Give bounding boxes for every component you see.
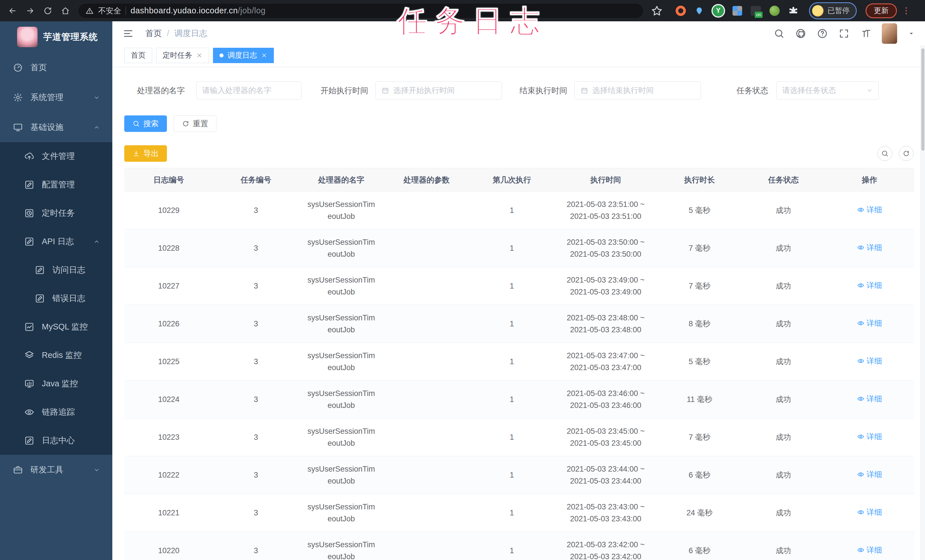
sidebar-item-10[interactable]: Redis 监控 — [0, 341, 112, 370]
cell-actions: 详细 — [825, 532, 914, 560]
font-size-icon[interactable] — [860, 28, 871, 39]
browser-home-button[interactable] — [58, 3, 73, 18]
detail-link[interactable]: 详细 — [857, 468, 882, 480]
toggle-search-button[interactable] — [878, 146, 892, 161]
tab-home[interactable]: 首页 — [124, 48, 152, 63]
arrow-left-icon — [8, 6, 17, 15]
security-label[interactable]: 不安全 — [98, 6, 121, 16]
bookmark-star-icon[interactable] — [651, 5, 663, 17]
sidebar-item-1[interactable]: 系统管理 — [0, 83, 112, 112]
browser-back-button[interactable] — [5, 3, 20, 18]
user-avatar[interactable] — [882, 23, 897, 44]
detail-link[interactable]: 详细 — [857, 317, 882, 329]
cell-job-id: 3 — [213, 267, 298, 305]
sidebar-logo-row[interactable]: 芋道管理系统 — [0, 21, 112, 53]
sidebar-item-3[interactable]: 文件管理 — [0, 142, 112, 170]
extension-on-icon[interactable]: on — [751, 6, 761, 16]
extension-green-circle-icon[interactable] — [770, 6, 780, 16]
browser-menu-icon[interactable] — [901, 5, 911, 17]
sidebar-item-6[interactable]: API 日志 — [0, 227, 112, 256]
sidebar-item-12[interactable]: 链路追踪 — [0, 398, 112, 426]
cell-actions: 详细 — [825, 343, 914, 381]
github-icon[interactable] — [795, 28, 806, 39]
tab-schedule-log[interactable]: 调度日志 — [213, 48, 274, 63]
handler-name-input[interactable] — [202, 86, 295, 95]
breadcrumb-home[interactable]: 首页 — [145, 28, 162, 39]
col-execute-index: 第几次执行 — [469, 168, 554, 191]
begin-time-input[interactable] — [393, 86, 496, 95]
not-secure-icon — [86, 7, 93, 15]
sidebar-item-2[interactable]: 基础设施 — [0, 112, 112, 142]
profile-avatar — [812, 5, 824, 17]
refresh-table-button[interactable] — [899, 146, 914, 161]
browser-update-button[interactable]: 更新 — [866, 3, 897, 18]
page-scrollbar[interactable] — [920, 45, 925, 560]
end-time-label: 结束执行时间 — [519, 81, 567, 100]
fullscreen-icon[interactable] — [839, 28, 850, 39]
cell-execute-time: 2021-05-03 23:47:00 ~2021-05-03 23:47:00 — [554, 343, 657, 381]
scrollbar-thumb[interactable] — [921, 48, 924, 151]
cell-execute-index: 1 — [469, 191, 554, 229]
search-button[interactable]: 搜索 — [124, 115, 167, 132]
hamburger-icon[interactable] — [122, 28, 134, 39]
cell-actions: 详细 — [825, 229, 914, 267]
url-text[interactable]: dashboard.yudao.iocoder.cn/job/log — [131, 6, 265, 15]
close-icon[interactable] — [261, 52, 267, 59]
address-bar[interactable]: 不安全 dashboard.yudao.iocoder.cn/job/log — [78, 3, 644, 18]
sidebar-item-5[interactable]: 定时任务 — [0, 199, 112, 227]
extensions-row: Y on — [676, 5, 798, 17]
end-time-input[interactable] — [592, 86, 695, 95]
cell-execute-time: 2021-05-03 23:45:00 ~2021-05-03 23:45:00 — [554, 418, 657, 456]
detail-link[interactable]: 详细 — [857, 544, 882, 556]
extension-pin-icon[interactable] — [695, 6, 704, 16]
view-icon — [857, 395, 865, 402]
sidebar-item-13[interactable]: 日志中心 — [0, 426, 112, 455]
home-icon — [61, 6, 70, 15]
cell-status: 成功 — [742, 494, 825, 532]
extension-orange-icon[interactable] — [676, 6, 686, 16]
sidebar-item-0[interactable]: 首页 — [0, 53, 112, 83]
end-time-field[interactable] — [574, 81, 701, 99]
reset-button[interactable]: 重置 — [174, 115, 216, 132]
paused-label: 已暂停 — [827, 6, 850, 16]
detail-link[interactable]: 详细 — [857, 506, 882, 518]
chevron-down-icon — [93, 466, 100, 474]
begin-time-field[interactable] — [375, 81, 502, 99]
extension-grid-icon[interactable] — [732, 6, 742, 16]
close-icon[interactable] — [196, 52, 202, 59]
sidebar-item-11[interactable]: Java 监控 — [0, 370, 112, 398]
cell-status: 成功 — [742, 343, 825, 381]
sidebar-item-9[interactable]: MySQL 监控 — [0, 313, 112, 341]
handler-name-field[interactable] — [196, 81, 301, 99]
detail-link[interactable]: 详细 — [857, 393, 882, 405]
cell-handler-param — [384, 532, 469, 560]
tab-timed-task[interactable]: 定时任务 — [156, 48, 209, 63]
detail-link[interactable]: 详细 — [857, 355, 882, 367]
export-button[interactable]: 导出 — [124, 145, 167, 162]
help-icon[interactable] — [817, 28, 828, 39]
sidebar-item-8[interactable]: 错误日志 — [0, 284, 112, 313]
col-log-id: 日志编号 — [124, 168, 213, 191]
profile-paused-chip[interactable]: 已暂停 — [810, 3, 856, 18]
sidebar-item-4[interactable]: 配置管理 — [0, 170, 112, 199]
browser-forward-button[interactable] — [23, 3, 38, 18]
detail-link[interactable]: 详细 — [857, 431, 882, 443]
detail-link[interactable]: 详细 — [857, 242, 882, 254]
sidebar-item-14[interactable]: 研发工具 — [0, 455, 112, 485]
browser-reload-button[interactable] — [41, 3, 55, 18]
header-search-icon[interactable] — [774, 28, 785, 39]
col-actions: 操作 — [825, 168, 914, 191]
cell-execute-index: 1 — [469, 267, 554, 305]
extension-green-y-icon[interactable]: Y — [713, 5, 724, 17]
cell-log-id: 10223 — [124, 418, 213, 456]
cell-status: 成功 — [742, 381, 825, 418]
sidebar-item-7[interactable]: 访问日志 — [0, 256, 112, 284]
table-row-5: 10224 3 sysUserSessionTimeoutJob 1 2021-… — [124, 381, 914, 418]
avatar-caret-icon[interactable] — [908, 30, 915, 37]
cell-duration: 8 毫秒 — [657, 305, 742, 343]
extensions-puzzle-icon[interactable] — [788, 6, 798, 16]
detail-link[interactable]: 详细 — [857, 279, 882, 291]
detail-link[interactable]: 详细 — [857, 204, 882, 216]
cell-job-id: 3 — [213, 381, 298, 418]
status-select[interactable]: 请选择任务状态 — [776, 81, 879, 99]
